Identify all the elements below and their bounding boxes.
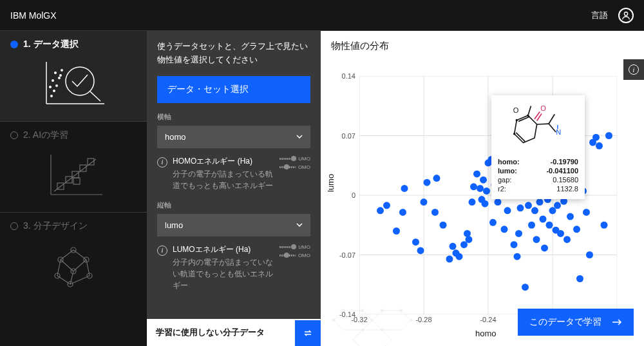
svg-line-33 bbox=[61, 260, 73, 271]
svg-point-102 bbox=[533, 236, 540, 243]
datapoint-tooltip: O O N homo:-0.19790lumo:-0.041100gap:0.1… bbox=[491, 95, 585, 199]
hexagon-decoration bbox=[321, 294, 437, 346]
molecule-structure-icon: O O N bbox=[497, 101, 580, 155]
dataset-select-button[interactable]: データ・セット選択 bbox=[157, 76, 310, 103]
info-icon: i bbox=[157, 157, 167, 168]
step-label: 3. 分子デザイン bbox=[23, 220, 88, 232]
svg-rect-22 bbox=[73, 178, 80, 184]
step-data-select[interactable]: 1. データ選択 bbox=[0, 31, 147, 121]
step-label: 1. データ選択 bbox=[23, 39, 79, 50]
homo-slider[interactable]: UMO OMO bbox=[279, 156, 310, 191]
svg-line-140 bbox=[528, 106, 531, 115]
x-axis-label: homo bbox=[475, 329, 497, 338]
exclude-data-bar[interactable]: 学習に使用しない分子データ bbox=[147, 319, 321, 346]
app-title: IBM MolGX bbox=[10, 10, 57, 21]
svg-point-89 bbox=[511, 241, 518, 248]
step-dot-inactive-icon bbox=[10, 222, 18, 230]
language-button[interactable]: 言語 bbox=[591, 10, 608, 21]
svg-point-55 bbox=[417, 247, 424, 254]
chevron-down-icon bbox=[296, 135, 303, 139]
svg-point-6 bbox=[53, 90, 55, 92]
svg-point-90 bbox=[514, 253, 521, 260]
arrow-right-icon bbox=[612, 318, 622, 326]
step-mol-design[interactable]: 3. 分子デザイン bbox=[0, 212, 147, 303]
svg-point-9 bbox=[52, 79, 54, 82]
svg-point-106 bbox=[540, 216, 547, 223]
yaxis-select[interactable]: lumo bbox=[157, 214, 310, 236]
svg-point-74 bbox=[482, 200, 489, 207]
svg-point-130 bbox=[592, 134, 600, 141]
svg-point-110 bbox=[546, 222, 553, 229]
svg-point-78 bbox=[489, 219, 497, 226]
svg-point-3 bbox=[66, 67, 94, 95]
svg-line-16 bbox=[54, 159, 96, 191]
step-ai-train[interactable]: 2. AIの学習 bbox=[0, 121, 147, 212]
config-instruction: 使うデータセットと、グラフ上で見たい物性値を選択してください bbox=[157, 40, 310, 67]
svg-point-101 bbox=[531, 207, 538, 214]
svg-point-73 bbox=[480, 177, 487, 184]
svg-point-11 bbox=[54, 72, 57, 74]
step-dot-inactive-icon bbox=[10, 131, 18, 139]
svg-point-115 bbox=[554, 202, 561, 209]
svg-point-128 bbox=[586, 251, 593, 258]
yaxis-value: lumo bbox=[165, 220, 183, 230]
app-header: IBM MolGX 言語 bbox=[0, 0, 644, 31]
svg-point-153 bbox=[332, 319, 335, 322]
svg-point-54 bbox=[412, 238, 419, 245]
svg-point-117 bbox=[557, 230, 564, 237]
lumo-slider[interactable]: UMO OMO bbox=[279, 244, 310, 291]
svg-point-66 bbox=[464, 230, 471, 237]
svg-text:O: O bbox=[540, 104, 546, 112]
svg-point-158 bbox=[400, 309, 402, 312]
step2-illustration bbox=[10, 146, 137, 204]
svg-line-142 bbox=[549, 114, 554, 124]
svg-line-30 bbox=[61, 250, 73, 260]
info-icon: i bbox=[157, 245, 167, 256]
svg-line-37 bbox=[57, 276, 70, 284]
svg-point-97 bbox=[525, 202, 532, 209]
svg-point-127 bbox=[583, 209, 590, 216]
svg-point-12 bbox=[61, 69, 63, 72]
svg-point-0 bbox=[624, 12, 627, 15]
step1-illustration bbox=[10, 55, 137, 113]
svg-line-141 bbox=[537, 124, 549, 124]
svg-point-53 bbox=[399, 209, 406, 216]
svg-point-49 bbox=[377, 207, 384, 214]
svg-marker-152 bbox=[353, 330, 392, 346]
swap-icon[interactable] bbox=[295, 320, 321, 346]
svg-point-75 bbox=[483, 187, 490, 195]
svg-point-7 bbox=[49, 86, 52, 88]
svg-point-155 bbox=[361, 309, 364, 312]
svg-point-156 bbox=[371, 319, 374, 322]
steps-sidebar: 1. データ選択 2. AIの学習 3. 分子デザイン bbox=[0, 31, 147, 346]
svg-point-57 bbox=[424, 179, 431, 186]
svg-marker-151 bbox=[372, 311, 411, 330]
svg-marker-134 bbox=[515, 115, 537, 142]
svg-point-61 bbox=[446, 256, 453, 263]
svg-point-99 bbox=[528, 222, 535, 229]
svg-point-104 bbox=[536, 198, 544, 206]
svg-text:N: N bbox=[556, 128, 561, 136]
step3-illustration bbox=[10, 237, 137, 295]
svg-point-60 bbox=[440, 222, 447, 229]
train-button[interactable]: このデータで学習 bbox=[518, 309, 634, 336]
svg-point-120 bbox=[564, 236, 571, 243]
chart-panel: 物性値の分布 i 0.14 0.07 0 -0.07 -0.14 lumo -0… bbox=[321, 31, 644, 346]
chevron-down-icon bbox=[296, 223, 303, 227]
svg-point-92 bbox=[517, 204, 524, 211]
svg-point-122 bbox=[567, 213, 574, 220]
svg-point-107 bbox=[541, 244, 548, 251]
svg-point-52 bbox=[401, 185, 408, 192]
chart-info-button[interactable]: i bbox=[623, 59, 644, 80]
svg-point-71 bbox=[477, 185, 484, 192]
svg-line-31 bbox=[73, 250, 86, 260]
svg-point-133 bbox=[605, 132, 612, 139]
xaxis-select[interactable]: homo bbox=[157, 126, 310, 148]
svg-point-51 bbox=[393, 227, 400, 235]
user-avatar-icon[interactable] bbox=[618, 8, 634, 23]
svg-line-4 bbox=[90, 91, 100, 101]
svg-point-125 bbox=[576, 275, 583, 282]
svg-point-84 bbox=[501, 226, 508, 233]
svg-point-69 bbox=[470, 183, 477, 190]
svg-point-157 bbox=[381, 309, 383, 312]
